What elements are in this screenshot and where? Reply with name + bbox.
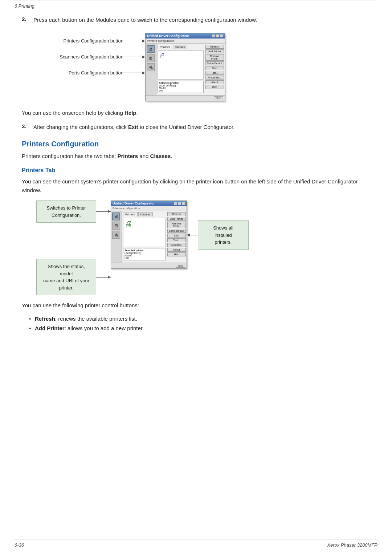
help-text: You can use the onscreen help by clickin… xyxy=(22,109,370,117)
udc-selected-title-1: Selected printer: xyxy=(159,82,202,84)
printers-config-body: Printers configuration has the two tabs;… xyxy=(22,152,370,161)
udc-left-icons-2: 🖨 🖹 🔌 xyxy=(111,211,122,263)
udc-window-2: Unified Driver Configurator _ □ × Printe… xyxy=(111,200,187,269)
udc-add-btn-1[interactable]: Add Printer xyxy=(205,49,224,53)
udc-remove-btn-2[interactable]: Remove Printer xyxy=(167,222,186,228)
diag2-status-row: Shows the status, modelname and URI of y… xyxy=(36,259,111,295)
bullet-add-printer: Add Printer: allows you to add a new pri… xyxy=(29,324,370,333)
chapter-header: 6 Printing xyxy=(15,3,377,9)
udc-test-btn-2[interactable]: Test... xyxy=(167,238,186,242)
udc-properties-btn-2[interactable]: Properties... xyxy=(167,243,186,247)
diag2-spacer xyxy=(36,226,111,255)
udc-add-btn-2[interactable]: Add Printer xyxy=(167,217,186,221)
udc-selected-model-1: Model xyxy=(159,87,202,89)
line-scanners xyxy=(123,56,145,58)
udc-selected-name-2: Local printer(s) xyxy=(124,252,164,254)
control-buttons-intro: You can use the following printer contro… xyxy=(22,301,370,310)
footer-page: 6-36 xyxy=(15,542,24,548)
udc-footer-1: Exit xyxy=(146,95,225,101)
diag2-switches-arrow xyxy=(96,211,111,212)
page-footer: 6-36 Xerox Phaser 3200MFP xyxy=(15,539,377,548)
diag2-printers-label: Shows allinstalledprinters. xyxy=(198,220,249,250)
udc-help-btn-1[interactable]: Help xyxy=(205,85,224,89)
bullet-refresh-text: : renews the available printers list. xyxy=(55,316,137,322)
udc-max-btn[interactable]: □ xyxy=(216,34,219,37)
udc-tabs-2: Printers Classes xyxy=(123,212,166,216)
udc-body-2: 🖨 🖹 🔌 Printers Classes 🖨 Selected printe… xyxy=(111,211,187,263)
udc-printer-area-1: 🖨 xyxy=(158,50,204,80)
udc-properties-btn-1[interactable]: Properties... xyxy=(205,76,224,80)
step-2-text: Press each button on the Modules pane to… xyxy=(33,16,257,24)
udc-stop-btn-2[interactable]: Stop xyxy=(167,234,186,238)
udc-min-btn[interactable]: _ xyxy=(212,34,215,37)
udc-test-btn-1[interactable]: Test... xyxy=(205,71,224,75)
label-ports: Ports Configuration button xyxy=(44,70,123,76)
step-3-text: After changing the configurations, click… xyxy=(33,123,234,131)
udc-tab-printers-2[interactable]: Printers xyxy=(123,212,138,216)
udc-exit-btn-1[interactable]: Exit xyxy=(214,96,223,100)
udc-remove-btn-1[interactable]: Remove Printer xyxy=(205,54,224,61)
udc-default-btn-1[interactable]: Set to Default xyxy=(205,61,224,65)
printers-bold: Printers xyxy=(117,153,138,159)
bullet-list: Refresh: renews the available printers l… xyxy=(29,314,370,333)
udc-close-btn[interactable]: × xyxy=(220,34,223,37)
udc-ports-icon-2[interactable]: 🔌 xyxy=(112,231,120,239)
diag2-switches-label: Switches to PrinterConfiguration. xyxy=(36,200,96,223)
diag2-status-arrow xyxy=(96,277,111,278)
label-row-scanners: Scanners Configuration button xyxy=(44,49,145,65)
step-3-number: 3. xyxy=(22,123,30,131)
udc-refresh-btn-2[interactable]: Refresh xyxy=(167,212,186,216)
step-3-block: 3. After changing the configurations, cl… xyxy=(22,123,370,131)
udc-help-btn-2[interactable]: Help xyxy=(167,252,186,256)
udc-scanner-icon-1[interactable]: 🖹 xyxy=(147,54,155,62)
udc-printer-area-2: 🖨 xyxy=(123,218,166,247)
udc-selected-uri-2: URI xyxy=(124,257,164,259)
printers-tab-heading: Printers Tab xyxy=(22,167,370,174)
udc-title-buttons: _ □ × xyxy=(212,34,223,37)
udc-about-btn-1[interactable]: About xyxy=(205,80,224,84)
udc-printer-display-icon-2: 🖨 xyxy=(124,219,164,229)
udc-selected-info-2: Selected printer: Local printer(s) Model… xyxy=(123,248,166,260)
diag2-printers-arrow xyxy=(187,235,198,235)
udc-selected-info-1: Selected printer: Local printer(s) Model… xyxy=(158,81,204,93)
diagram1-labels: Printers Configuration button Scanners C… xyxy=(44,33,145,81)
udc-printer-display-icon-1: 🖨 xyxy=(159,52,202,60)
udc-printer-icon-1[interactable]: 🖨 xyxy=(147,45,155,53)
printers-and: and xyxy=(138,153,150,159)
diag2-right-spacer xyxy=(187,200,249,220)
udc-tab-printers-1[interactable]: Printers xyxy=(158,45,172,49)
udc-titlebar-2: Unified Driver Configurator _ □ × xyxy=(111,201,187,206)
udc-titlebar-1: Unified Driver Configurator _ □ × xyxy=(146,33,225,39)
classes-bold: Classes xyxy=(150,153,171,159)
udc-stop-btn-1[interactable]: Stop xyxy=(205,66,224,70)
help-text-before: You can use the onscreen help by clickin… xyxy=(22,110,124,116)
udc-printer-icon-2[interactable]: 🖨 xyxy=(112,212,120,220)
udc-section-label-1: Printers configuration xyxy=(146,39,225,44)
udc-tab-classes-2[interactable]: Classes xyxy=(138,212,153,216)
udc-max-btn-2[interactable]: □ xyxy=(178,202,181,205)
line-printers xyxy=(123,40,145,42)
udc-ports-icon-1[interactable]: 🔌 xyxy=(147,63,155,71)
udc-refresh-btn-1[interactable]: Refresh xyxy=(205,45,224,49)
udc-right-buttons-2: Refresh Add Printer Remove Printer Set t… xyxy=(167,211,187,263)
udc-close-btn-2[interactable]: × xyxy=(182,202,185,205)
udc-tabs-1: Printers Classes xyxy=(158,45,204,49)
line-ports xyxy=(123,72,145,74)
udc-selected-model-2: Model xyxy=(124,254,164,257)
udc-body-1: 🖨 🖹 🔌 Printers Classes 🖨 Selected printe… xyxy=(146,44,225,95)
printers-period: . xyxy=(171,153,172,159)
udc-min-btn-2[interactable]: _ xyxy=(174,202,177,205)
step-3-after: to close the Unified Driver Configurator… xyxy=(138,124,235,130)
label-scanners: Scanners Configuration button xyxy=(44,54,123,60)
label-row-ports: Ports Configuration button xyxy=(44,65,145,81)
bullet-refresh: Refresh: renews the available printers l… xyxy=(29,314,370,324)
printers-tab-body: You can see the current system's printer… xyxy=(22,177,370,195)
udc-scanner-icon-2[interactable]: 🖹 xyxy=(112,222,120,230)
udc-exit-btn-2[interactable]: Exit xyxy=(176,264,185,268)
udc-footer-2: Exit xyxy=(111,263,187,268)
udc-about-btn-2[interactable]: About xyxy=(167,248,186,252)
udc-tab-classes-1[interactable]: Classes xyxy=(173,45,187,49)
udc-default-btn-2[interactable]: Set to Default xyxy=(167,229,186,233)
udc-section-label-2: Printers configuration xyxy=(111,206,187,211)
diagram1: Printers Configuration button Scanners C… xyxy=(44,33,370,101)
